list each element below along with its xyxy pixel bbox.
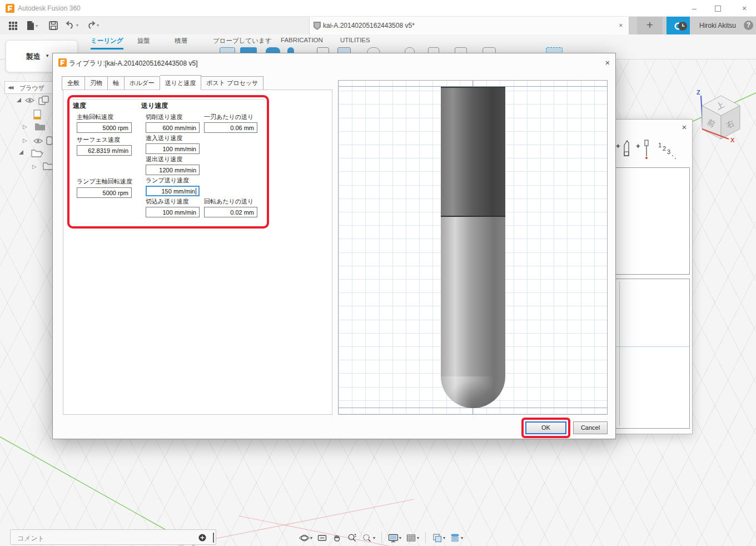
app-launcher-grid-icon[interactable]: [9, 22, 17, 30]
help-button[interactable]: ?: [744, 21, 753, 30]
tree-collapse-icon[interactable]: ▷: [23, 123, 27, 130]
tool-library-dialog: ライブラリ:[kai-A.20140205162443508 v5] × 全般 …: [52, 53, 616, 439]
toolbar-separator: [425, 532, 426, 543]
chevron-down-icon: ▾: [36, 23, 38, 28]
app-title: Autodesk Fusion 360: [18, 4, 81, 12]
add-probe-plus-icon[interactable]: +: [636, 142, 640, 150]
layers-button[interactable]: ▾: [449, 532, 464, 544]
renumber-tools-icon[interactable]: 1: [658, 142, 662, 148]
layers-icon: [450, 533, 460, 543]
chevron-down-icon: ▾: [373, 535, 375, 540]
probe-tool-icon[interactable]: [643, 140, 650, 161]
chevron-down-icon: ▾: [417, 535, 419, 540]
tab-general[interactable]: 全般: [62, 76, 85, 90]
zoom-window-icon: [362, 533, 372, 543]
look-at-button[interactable]: [316, 532, 329, 544]
document-tab-label: kai-A.20140205162443508 v5*: [323, 22, 415, 29]
new-tab-button[interactable]: +: [637, 17, 663, 34]
grid-settings-button[interactable]: ▾: [405, 532, 420, 544]
look-at-icon: [317, 533, 327, 543]
close-dialog-icon[interactable]: ×: [603, 58, 613, 68]
tab-cutter[interactable]: 刃物: [85, 76, 108, 90]
annotation-box-ok: [521, 418, 570, 438]
chevron-down-icon: ▾: [461, 535, 463, 540]
minimize-button[interactable]: –: [689, 3, 699, 13]
document-shield-icon: [313, 21, 321, 31]
browser-panel-header[interactable]: ◀◀ ブラウザ: [4, 81, 56, 94]
ribbon-tab-inspection[interactable]: プローブしています: [213, 37, 272, 48]
holder-preview-box: [615, 279, 690, 429]
redo-button[interactable]: ▾: [86, 21, 99, 29]
add-tool-plus-icon[interactable]: +: [616, 142, 620, 150]
collapse-panel-icon[interactable]: ◀◀: [8, 85, 12, 90]
folder-icon[interactable]: [34, 123, 46, 131]
app-window: Autodesk Fusion 360 – × ▾: [0, 0, 756, 546]
chevron-down-icon: ▾: [97, 23, 99, 28]
comment-input[interactable]: コメント: [10, 529, 216, 545]
tool-edit-dialog-partial: × + + 1 2 3: [609, 119, 693, 434]
save-icon[interactable]: [49, 21, 58, 30]
tool-preview-panel[interactable]: [338, 80, 608, 415]
tool-preview-box: [615, 167, 690, 275]
toolbar-separator: [381, 532, 382, 543]
tool-ball-end-render: [441, 376, 505, 408]
z-axis-label: Z: [697, 89, 700, 96]
open-folder-icon[interactable]: [31, 149, 43, 157]
tree-expand-icon[interactable]: [17, 98, 21, 102]
visibility-eye-icon[interactable]: [25, 97, 34, 103]
tool-joint-line: [441, 216, 505, 217]
ribbon-tab-utilities[interactable]: UTILITIES: [340, 37, 370, 46]
orbit-button[interactable]: ▾: [298, 532, 314, 544]
grid-icon: [406, 533, 416, 543]
tab-post-processor[interactable]: ポスト プロセッサ: [201, 76, 263, 90]
maximize-button[interactable]: [715, 6, 721, 12]
chevron-down-icon: ▾: [399, 535, 401, 540]
annotation-box-form: [67, 95, 269, 229]
workspace-label: 製造: [26, 52, 41, 62]
viewports-button[interactable]: ▾: [431, 532, 446, 544]
pan-button[interactable]: [331, 532, 344, 544]
visibility-eye-icon[interactable]: [33, 138, 43, 144]
tree-collapse-icon[interactable]: ▷: [32, 163, 37, 170]
tab-feed-and-speed[interactable]: 送りと速度: [160, 75, 202, 90]
component-icon[interactable]: [38, 96, 49, 106]
close-icon[interactable]: ×: [679, 122, 689, 132]
close-window-button[interactable]: ×: [739, 3, 749, 13]
browser-tree: ▷ ▷ ▷: [4, 95, 52, 178]
preview-axis-line: [619, 281, 620, 426]
dialog-tab-strip: 全般 刃物 軸 ホルダー 送りと速度 ポスト プロセッサ: [62, 77, 263, 90]
user-name[interactable]: Hiroki Akitsu: [699, 22, 736, 29]
display-settings-icon: [388, 533, 399, 543]
chevron-down-icon: ▾: [443, 535, 445, 540]
tool-flute-render: [441, 217, 505, 376]
tree-expand-icon[interactable]: [19, 150, 23, 155]
ribbon-tab-turning[interactable]: 旋盤: [137, 37, 150, 48]
tab-shaft[interactable]: 軸: [108, 76, 125, 90]
tab-holder[interactable]: ホルダー: [125, 76, 160, 90]
ribbon-tab-milling[interactable]: ミーリング: [91, 37, 123, 49]
display-settings-button[interactable]: ▾: [387, 532, 402, 544]
ribbon-tab-additive[interactable]: 積層: [175, 37, 187, 48]
marking-menu-icon[interactable]: [198, 534, 206, 542]
zoom-window-button[interactable]: ▾: [361, 532, 376, 544]
chevron-down-icon: ▾: [76, 23, 78, 28]
comment-placeholder: コメント: [17, 534, 44, 543]
cancel-button[interactable]: Cancel: [573, 421, 608, 434]
tool-shank-render: [441, 87, 505, 216]
file-menu-button[interactable]: ▾: [27, 21, 38, 30]
close-tab-icon[interactable]: ×: [619, 21, 623, 29]
job-status-clock-icon[interactable]: [678, 21, 688, 31]
pan-hand-icon: [332, 533, 342, 543]
tree-collapse-icon[interactable]: ▷: [23, 137, 27, 143]
zoom-button[interactable]: [346, 532, 359, 544]
chevron-down-icon: ▾: [46, 53, 49, 58]
document-settings-icon[interactable]: [33, 110, 41, 120]
dot: [672, 155, 673, 156]
zoom-icon: [347, 533, 357, 543]
ribbon-tab-fabrication[interactable]: FABRICATION: [281, 37, 323, 46]
undo-button[interactable]: ▾: [66, 21, 78, 29]
comment-resize-handle[interactable]: [213, 533, 214, 543]
turning-tool-icon[interactable]: [623, 140, 630, 157]
document-tab[interactable]: kai-A.20140205162443508 v5* ×: [309, 17, 629, 34]
browser-panel-title: ブラウザ: [19, 84, 44, 92]
